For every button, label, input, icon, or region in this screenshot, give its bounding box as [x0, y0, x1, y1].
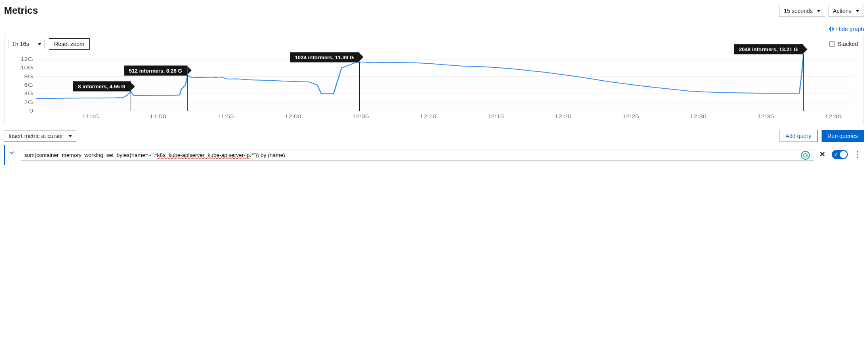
caret-down-icon: [69, 135, 72, 137]
chart-annotation: 512 informers, 8.26 G: [124, 65, 188, 75]
close-icon: [820, 151, 825, 157]
svg-text:12:30: 12:30: [690, 114, 707, 119]
query-row: sum(container_memory_working_set_bytes{n…: [4, 145, 864, 165]
chart-annotation: 8 informers, 4.55 G: [73, 81, 131, 92]
svg-text:12:05: 12:05: [352, 114, 369, 119]
actions-label: Actions: [833, 8, 851, 14]
svg-text:0: 0: [29, 108, 33, 113]
time-range-select[interactable]: 1h 16s: [8, 39, 45, 49]
svg-text:12:15: 12:15: [487, 114, 504, 119]
query-input[interactable]: sum(container_memory_working_set_bytes{n…: [21, 149, 814, 161]
hide-graph-toggle[interactable]: Hide graph: [828, 26, 864, 32]
svg-text:4G: 4G: [24, 91, 33, 96]
caret-down-icon: [817, 10, 821, 12]
insert-metric-select[interactable]: Insert metric at cursor: [4, 130, 76, 142]
chart-panel: 1h 16s Reset zoom Stacked 02G4G6G8G10G12…: [4, 34, 864, 124]
chevron-down-icon: [8, 149, 15, 156]
svg-text:12:10: 12:10: [419, 114, 436, 119]
svg-text:12:35: 12:35: [757, 114, 774, 119]
stacked-checkbox-wrap[interactable]: Stacked: [829, 41, 858, 47]
clear-query-button[interactable]: [820, 151, 825, 158]
svg-text:6G: 6G: [24, 82, 33, 88]
grammarly-icon[interactable]: [801, 151, 810, 160]
caret-down-icon: [855, 10, 860, 12]
actions-menu[interactable]: Actions: [828, 5, 864, 17]
compress-icon: [828, 26, 834, 32]
query-input-wrap: sum(container_memory_working_set_bytes{n…: [21, 149, 814, 161]
svg-text:11:55: 11:55: [217, 114, 234, 119]
refresh-interval-label: 15 seconds: [784, 8, 813, 14]
chart-annotation: 2048 informers, 13.21 G: [734, 44, 803, 54]
query-enabled-toggle[interactable]: [832, 150, 848, 159]
caret-down-icon: [38, 43, 41, 45]
svg-text:12G: 12G: [21, 56, 33, 62]
insert-metric-label: Insert metric at cursor: [8, 133, 63, 139]
query-kebab-menu[interactable]: [854, 149, 861, 160]
svg-text:11:45: 11:45: [82, 114, 99, 119]
refresh-interval-select[interactable]: 15 seconds: [779, 5, 825, 17]
hide-graph-label: Hide graph: [837, 26, 864, 32]
query-expand-toggle[interactable]: [8, 149, 15, 157]
run-queries-button[interactable]: Run queries: [822, 130, 864, 142]
stacked-checkbox[interactable]: [829, 41, 835, 47]
time-range-label: 1h 16s: [12, 41, 29, 47]
svg-text:10G: 10G: [21, 65, 33, 71]
reset-zoom-button[interactable]: Reset zoom: [49, 38, 90, 50]
svg-text:12:25: 12:25: [622, 114, 639, 119]
chart-annotation: 1024 informers, 11.39 G: [290, 52, 359, 62]
svg-text:12:00: 12:00: [285, 114, 302, 119]
svg-text:11:50: 11:50: [149, 114, 166, 119]
svg-text:12:40: 12:40: [825, 114, 842, 119]
svg-text:12:20: 12:20: [555, 114, 572, 119]
svg-text:8G: 8G: [24, 74, 33, 79]
page-title: Metrics: [4, 5, 38, 16]
stacked-label: Stacked: [837, 41, 858, 47]
add-query-button[interactable]: Add query: [780, 130, 818, 142]
svg-text:2G: 2G: [24, 100, 33, 105]
chart-plot[interactable]: 02G4G6G8G10G12G11:4511:5011:5512:0012:05…: [8, 51, 858, 120]
